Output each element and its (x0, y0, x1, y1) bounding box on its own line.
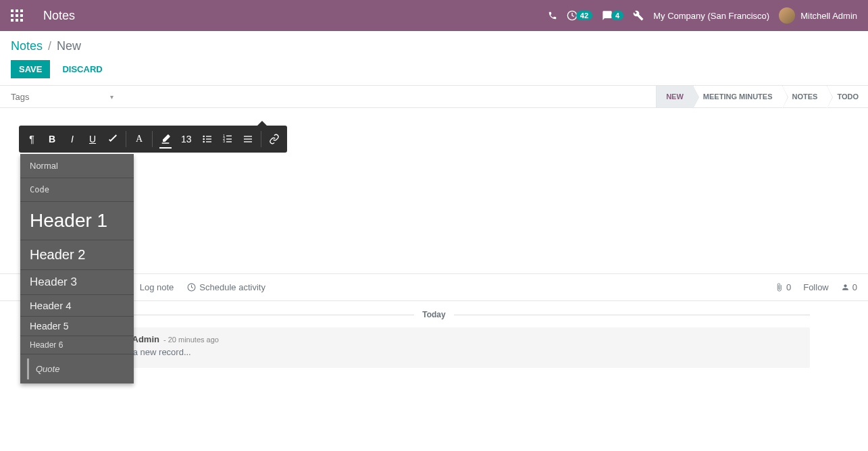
status-step-notes[interactable]: Notes (782, 86, 827, 107)
followers-count[interactable]: 0 (841, 282, 857, 292)
breadcrumb-root[interactable]: Notes (11, 39, 43, 53)
svg-text:3: 3 (223, 140, 225, 143)
style-option-code[interactable]: Code (20, 178, 134, 202)
svg-rect-23 (244, 138, 252, 139)
clear-format-button[interactable] (103, 126, 123, 153)
svg-rect-21 (226, 141, 232, 142)
svg-point-14 (203, 141, 205, 143)
style-option-normal[interactable]: Normal (20, 154, 134, 178)
highlight-button[interactable] (155, 126, 176, 153)
main-header: Notes 42 4 My Company (San Francisco) Mi… (0, 0, 868, 31)
apps-icon[interactable] (11, 9, 23, 22)
link-button[interactable] (264, 126, 284, 153)
rte-toolbar: ¶ B I U A 13 123 (19, 126, 287, 153)
date-separator: Today (58, 309, 810, 319)
schedule-activity-button[interactable]: Schedule activity (187, 282, 265, 292)
svg-point-10 (203, 136, 205, 138)
form-statusbar-row: ▾ New Meeting Minutes Notes Todo (0, 85, 868, 108)
debug-icon[interactable] (633, 10, 644, 21)
tags-input[interactable] (0, 88, 118, 106)
avatar (779, 7, 795, 24)
svg-rect-4 (16, 14, 18, 17)
svg-rect-24 (244, 141, 252, 142)
username: Mitchell Admin (800, 11, 857, 21)
svg-rect-2 (20, 9, 23, 12)
svg-rect-6 (11, 19, 14, 22)
font-size-selector[interactable]: 13 (176, 126, 197, 153)
messages-badge: 4 (611, 11, 623, 20)
app-title: Notes (43, 9, 75, 23)
activities-badge: 42 (576, 11, 592, 20)
message-body: Creating a new record... (97, 347, 803, 357)
company-selector[interactable]: My Company (San Francisco) (653, 11, 769, 21)
svg-rect-13 (206, 138, 211, 139)
user-menu[interactable]: Mitchell Admin (779, 7, 857, 24)
svg-rect-7 (16, 19, 18, 22)
breadcrumb: Notes / New (11, 39, 857, 53)
italic-button[interactable]: I (62, 126, 82, 153)
style-option-h1[interactable]: Header 1 (20, 202, 134, 240)
breadcrumb-separator: / (48, 39, 51, 53)
svg-rect-1 (16, 9, 18, 12)
ordered-list-button[interactable]: 123 (218, 126, 238, 153)
svg-rect-19 (226, 138, 232, 139)
status-bar: New Meeting Minutes Notes Todo (656, 86, 868, 107)
svg-rect-17 (226, 136, 232, 136)
style-option-h5[interactable]: Header 5 (20, 317, 134, 336)
style-option-quote[interactable]: Quote (27, 359, 127, 379)
svg-point-12 (203, 138, 205, 140)
log-note-button[interactable]: Log note (140, 282, 174, 292)
unordered-list-button[interactable] (197, 126, 218, 153)
bold-button[interactable]: B (42, 126, 62, 153)
svg-rect-8 (20, 19, 23, 22)
paragraph-style-dropdown: Normal Code Header 1 Header 2 Header 3 H… (20, 154, 134, 383)
align-button[interactable] (238, 126, 258, 153)
message-time: - 20 minutes ago (163, 336, 219, 344)
font-color-button[interactable]: A (129, 126, 149, 153)
style-option-h6[interactable]: Header 6 (20, 336, 134, 354)
discard-button[interactable]: Discard (57, 60, 107, 78)
svg-rect-11 (206, 136, 211, 136)
paragraph-style-button[interactable]: ¶ (22, 126, 42, 153)
messaging-icon[interactable]: 4 (602, 10, 623, 21)
breadcrumb-current: New (57, 39, 81, 53)
svg-rect-5 (20, 14, 23, 17)
message-item: Mitchell Admin - 20 minutes ago Creating… (58, 327, 810, 368)
attachments-count[interactable]: 0 (775, 282, 791, 292)
activities-icon[interactable]: 42 (567, 10, 592, 21)
svg-rect-22 (244, 136, 252, 136)
control-panel: Notes / New Save Discard (0, 31, 868, 85)
save-button[interactable]: Save (11, 60, 50, 78)
style-option-h3[interactable]: Header 3 (20, 270, 134, 295)
schedule-activity-label: Schedule activity (199, 282, 265, 292)
svg-rect-15 (206, 141, 211, 142)
phone-icon[interactable] (548, 11, 557, 20)
style-option-h2[interactable]: Header 2 (20, 240, 134, 270)
tags-dropdown-caret[interactable]: ▾ (110, 93, 113, 101)
style-option-h4[interactable]: Header 4 (20, 295, 134, 317)
status-step-todo[interactable]: Todo (827, 86, 868, 107)
svg-rect-0 (11, 9, 14, 12)
status-step-meeting[interactable]: Meeting Minutes (693, 86, 782, 107)
underline-button[interactable]: U (82, 126, 103, 153)
follow-button[interactable]: Follow (803, 282, 829, 292)
status-step-new[interactable]: New (656, 86, 693, 107)
svg-rect-3 (11, 14, 14, 17)
